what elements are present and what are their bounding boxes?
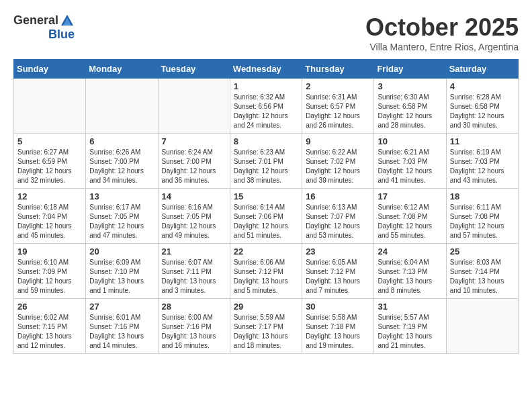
- calendar-day: 29Sunrise: 5:59 AMSunset: 7:17 PMDayligh…: [230, 299, 302, 354]
- calendar-day: 12Sunrise: 6:18 AMSunset: 7:04 PMDayligh…: [14, 189, 86, 244]
- day-number: 1: [234, 81, 298, 91]
- calendar-week-row: 19Sunrise: 6:10 AMSunset: 7:09 PMDayligh…: [14, 244, 519, 299]
- calendar-day: 13Sunrise: 6:17 AMSunset: 7:05 PMDayligh…: [86, 189, 158, 244]
- calendar-day: 1Sunrise: 6:32 AMSunset: 6:56 PMDaylight…: [230, 79, 302, 134]
- column-header-tuesday: Tuesday: [158, 60, 230, 79]
- calendar-week-row: 26Sunrise: 6:02 AMSunset: 7:15 PMDayligh…: [14, 299, 519, 354]
- day-info: Sunrise: 5:59 AMSunset: 7:17 PMDaylight:…: [234, 313, 298, 351]
- calendar-day: 7Sunrise: 6:24 AMSunset: 7:00 PMDaylight…: [158, 134, 230, 189]
- calendar-day: 8Sunrise: 6:23 AMSunset: 7:01 PMDaylight…: [230, 134, 302, 189]
- day-number: 7: [162, 136, 226, 146]
- day-info: Sunrise: 6:10 AMSunset: 7:09 PMDaylight:…: [17, 258, 82, 295]
- calendar-day: 3Sunrise: 6:30 AMSunset: 6:58 PMDaylight…: [374, 79, 446, 134]
- day-number: 29: [234, 302, 298, 312]
- calendar-table: SundayMondayTuesdayWednesdayThursdayFrid…: [13, 59, 519, 354]
- calendar-day: 23Sunrise: 6:05 AMSunset: 7:12 PMDayligh…: [302, 244, 374, 299]
- calendar-day: 30Sunrise: 5:58 AMSunset: 7:18 PMDayligh…: [302, 299, 374, 354]
- day-number: 2: [306, 81, 370, 91]
- day-number: 4: [450, 81, 515, 91]
- calendar-week-row: 1Sunrise: 6:32 AMSunset: 6:56 PMDaylight…: [14, 79, 519, 134]
- day-number: 21: [162, 246, 226, 257]
- logo-icon: [60, 13, 75, 28]
- day-info: Sunrise: 6:11 AMSunset: 7:08 PMDaylight:…: [450, 203, 515, 240]
- day-info: Sunrise: 6:14 AMSunset: 7:06 PMDaylight:…: [234, 203, 298, 240]
- day-info: Sunrise: 6:16 AMSunset: 7:05 PMDaylight:…: [162, 203, 226, 240]
- day-info: Sunrise: 6:28 AMSunset: 6:58 PMDaylight:…: [450, 93, 515, 130]
- day-number: 22: [234, 246, 298, 257]
- calendar-day: 18Sunrise: 6:11 AMSunset: 7:08 PMDayligh…: [446, 189, 518, 244]
- calendar-day: 15Sunrise: 6:14 AMSunset: 7:06 PMDayligh…: [230, 189, 302, 244]
- calendar-day: 9Sunrise: 6:22 AMSunset: 7:02 PMDaylight…: [302, 134, 374, 189]
- day-number: 16: [306, 191, 370, 201]
- day-number: 30: [306, 302, 370, 312]
- day-info: Sunrise: 6:18 AMSunset: 7:04 PMDaylight:…: [17, 203, 82, 240]
- day-info: Sunrise: 5:57 AMSunset: 7:19 PMDaylight:…: [378, 313, 442, 351]
- calendar-header-row: SundayMondayTuesdayWednesdayThursdayFrid…: [14, 60, 519, 79]
- day-info: Sunrise: 6:06 AMSunset: 7:12 PMDaylight:…: [234, 258, 298, 295]
- day-number: 25: [450, 246, 515, 257]
- day-number: 8: [234, 136, 298, 146]
- day-number: 18: [450, 191, 515, 201]
- calendar-day: 16Sunrise: 6:13 AMSunset: 7:07 PMDayligh…: [302, 189, 374, 244]
- calendar-day: 22Sunrise: 6:06 AMSunset: 7:12 PMDayligh…: [230, 244, 302, 299]
- column-header-thursday: Thursday: [302, 60, 374, 79]
- day-info: Sunrise: 6:31 AMSunset: 6:57 PMDaylight:…: [306, 93, 370, 130]
- logo-general-text: General: [13, 14, 58, 28]
- day-info: Sunrise: 6:07 AMSunset: 7:11 PMDaylight:…: [162, 258, 226, 295]
- day-number: 15: [234, 191, 298, 201]
- day-info: Sunrise: 6:13 AMSunset: 7:07 PMDaylight:…: [306, 203, 370, 240]
- day-info: Sunrise: 6:21 AMSunset: 7:03 PMDaylight:…: [378, 148, 442, 185]
- title-area: October 2025 Villa Mantero, Entre Rios, …: [365, 13, 519, 52]
- day-number: 23: [306, 246, 370, 257]
- day-number: 5: [17, 136, 82, 146]
- location-subtitle: Villa Mantero, Entre Rios, Argentina: [365, 42, 519, 52]
- day-number: 11: [450, 136, 515, 146]
- day-info: Sunrise: 6:12 AMSunset: 7:08 PMDaylight:…: [378, 203, 442, 240]
- calendar-day: 11Sunrise: 6:19 AMSunset: 7:03 PMDayligh…: [446, 134, 518, 189]
- day-number: 28: [162, 302, 226, 312]
- day-number: 31: [378, 302, 442, 312]
- calendar-day: 5Sunrise: 6:27 AMSunset: 6:59 PMDaylight…: [14, 134, 86, 189]
- day-number: 27: [89, 302, 154, 312]
- calendar-day: 27Sunrise: 6:01 AMSunset: 7:16 PMDayligh…: [86, 299, 158, 354]
- day-info: Sunrise: 6:32 AMSunset: 6:56 PMDaylight:…: [234, 93, 298, 130]
- day-number: 17: [378, 191, 442, 201]
- calendar-day: 21Sunrise: 6:07 AMSunset: 7:11 PMDayligh…: [158, 244, 230, 299]
- day-info: Sunrise: 6:04 AMSunset: 7:13 PMDaylight:…: [378, 258, 442, 295]
- column-header-monday: Monday: [86, 60, 158, 79]
- day-info: Sunrise: 6:05 AMSunset: 7:12 PMDaylight:…: [306, 258, 370, 295]
- calendar-day: 6Sunrise: 6:26 AMSunset: 7:00 PMDaylight…: [86, 134, 158, 189]
- day-info: Sunrise: 6:26 AMSunset: 7:00 PMDaylight:…: [89, 148, 154, 185]
- month-title: October 2025: [365, 13, 519, 42]
- calendar-week-row: 5Sunrise: 6:27 AMSunset: 6:59 PMDaylight…: [14, 134, 519, 189]
- day-info: Sunrise: 6:03 AMSunset: 7:14 PMDaylight:…: [450, 258, 515, 295]
- logo: General Blue: [13, 13, 75, 42]
- calendar-day: 2Sunrise: 6:31 AMSunset: 6:57 PMDaylight…: [302, 79, 374, 134]
- header: General Blue October 2025 Villa Mantero,…: [13, 13, 519, 52]
- day-number: 13: [89, 191, 154, 201]
- logo-blue-text: Blue: [48, 28, 75, 42]
- day-info: Sunrise: 6:24 AMSunset: 7:00 PMDaylight:…: [162, 148, 226, 185]
- column-header-saturday: Saturday: [446, 60, 518, 79]
- calendar-week-row: 12Sunrise: 6:18 AMSunset: 7:04 PMDayligh…: [14, 189, 519, 244]
- column-header-friday: Friday: [374, 60, 446, 79]
- calendar-day: 10Sunrise: 6:21 AMSunset: 7:03 PMDayligh…: [374, 134, 446, 189]
- day-number: 26: [17, 302, 82, 312]
- calendar-day: 26Sunrise: 6:02 AMSunset: 7:15 PMDayligh…: [14, 299, 86, 354]
- day-info: Sunrise: 6:01 AMSunset: 7:16 PMDaylight:…: [89, 313, 154, 351]
- day-number: 12: [17, 191, 82, 201]
- calendar-day: [86, 79, 158, 134]
- day-number: 9: [306, 136, 370, 146]
- day-info: Sunrise: 5:58 AMSunset: 7:18 PMDaylight:…: [306, 313, 370, 351]
- calendar-day: 19Sunrise: 6:10 AMSunset: 7:09 PMDayligh…: [14, 244, 86, 299]
- day-info: Sunrise: 6:27 AMSunset: 6:59 PMDaylight:…: [17, 148, 82, 185]
- day-number: 6: [89, 136, 154, 146]
- day-number: 14: [162, 191, 226, 201]
- calendar-day: 4Sunrise: 6:28 AMSunset: 6:58 PMDaylight…: [446, 79, 518, 134]
- calendar-day: 25Sunrise: 6:03 AMSunset: 7:14 PMDayligh…: [446, 244, 518, 299]
- day-info: Sunrise: 6:02 AMSunset: 7:15 PMDaylight:…: [17, 313, 82, 351]
- day-number: 19: [17, 246, 82, 257]
- day-info: Sunrise: 6:19 AMSunset: 7:03 PMDaylight:…: [450, 148, 515, 185]
- calendar-day: [14, 79, 86, 134]
- day-info: Sunrise: 6:30 AMSunset: 6:58 PMDaylight:…: [378, 93, 442, 130]
